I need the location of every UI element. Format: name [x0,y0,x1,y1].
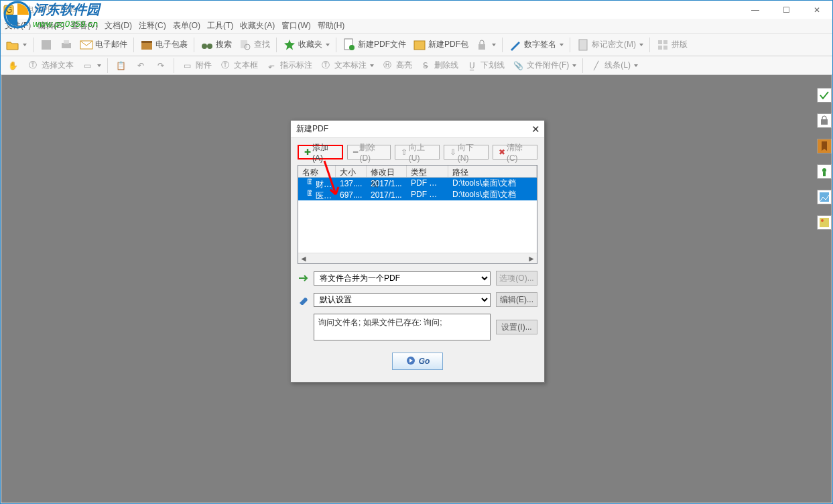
textbox-tool[interactable]: Ⓣ文本框 [216,58,261,74]
pen-icon [509,38,522,52]
pdf-file-icon: 🗎 [302,176,312,187]
col-type[interactable]: 类型 [407,166,448,177]
dialog-titlebar: 新建PDF ✕ [291,121,544,138]
text-annotation-icon: Ⓣ [319,59,332,72]
line-tool[interactable]: ╱线条(L) [586,58,641,74]
snapshot-tool[interactable]: ▭ [78,58,104,74]
options-button: 选项(O)... [496,271,537,286]
new-package-button[interactable]: 新建PDF包 [410,37,471,53]
underline-icon: U̲ [465,59,478,72]
strike-tool[interactable]: S̶删除线 [416,58,461,74]
side-icon-6[interactable] [817,215,832,230]
new-pdf-button[interactable]: 新建PDF文件 [340,37,409,53]
settings-button[interactable]: 设置(I)... [496,320,537,334]
save-button[interactable] [37,37,56,53]
open-button[interactable] [3,37,29,53]
side-icon-3[interactable] [817,139,832,153]
side-icon-5[interactable] [817,190,832,204]
email-icon [80,38,93,52]
add-button[interactable]: ✚添加(A) [298,145,343,160]
search-button[interactable]: 搜索 [198,37,235,53]
line-icon: ╱ [589,59,602,72]
watermark-text: 河东软件园 [33,1,100,19]
snapshot-icon: ▭ [80,59,94,72]
find-button[interactable]: 查找 [236,37,273,53]
col-size[interactable]: 大小 [336,166,367,177]
svg-point-23 [822,168,826,172]
menu-tools[interactable]: 工具(T) [207,20,233,32]
col-date[interactable]: 修改日期 [367,166,407,177]
side-icon-2[interactable] [817,113,832,128]
undo-button[interactable]: ↶ [131,58,150,74]
attach-tool[interactable]: ▭附件 [178,58,214,74]
wrench-icon [298,294,308,305]
close-button[interactable]: ✕ [802,1,832,19]
app-window: 河东软件园 www.pc0359.cn G 文电通PDF Plus — ☐ ✕ … [0,0,833,504]
callout-tool[interactable]: ⬐指示标注 [262,58,315,74]
menu-document[interactable]: 文档(D) [105,20,132,32]
svg-rect-5 [64,40,69,44]
svg-rect-19 [663,40,667,44]
underline-tool[interactable]: U̲下划线 [462,58,507,74]
merge-select[interactable]: 将文件合并为一个PDF [314,271,491,286]
minimize-button[interactable]: — [740,1,771,19]
x-icon: ✖ [499,147,505,157]
new-pdf-dialog: 新建PDF ✕ ✚添加(A) ━删除(D) ⇧向上(U) ⇩向下(N) ✖清除(… [290,120,545,383]
side-icon-1[interactable] [817,88,832,103]
tile-button[interactable]: 拼版 [653,37,690,53]
note-icon: ▭ [180,59,194,72]
go-button[interactable]: Go [392,353,443,370]
print-button[interactable] [57,37,76,53]
redo-button[interactable]: ↷ [151,58,170,74]
col-path[interactable]: 路径 [448,166,537,177]
svg-rect-20 [658,46,662,50]
package-button[interactable]: 电子包裹 [137,37,190,53]
delete-button[interactable]: ━删除(D) [347,145,390,160]
menu-help[interactable]: 帮助(H) [318,20,345,32]
lock-button[interactable] [472,37,499,53]
settings-select[interactable]: 默认设置 [314,293,491,307]
merge-icon [298,273,308,284]
pdf-file-icon: 🗎 [302,188,312,198]
down-icon: ⇩ [450,147,456,157]
menu-favorites[interactable]: 收藏夹(A) [240,20,275,32]
text-cursor-icon: Ⓣ [26,59,40,72]
edit-button[interactable]: 编辑(E)... [496,292,537,307]
move-down-button[interactable]: ⇩向下(N) [444,145,489,160]
svg-rect-22 [821,119,828,125]
binoculars-icon [200,38,214,52]
textbox-icon: Ⓣ [218,59,232,72]
menu-comment[interactable]: 注释(C) [139,20,166,32]
text-select-tool[interactable]: Ⓣ选择文本 [23,58,76,74]
highlight-icon: Ⓗ [381,59,394,72]
svg-rect-17 [579,40,587,50]
side-icon-4[interactable] [817,164,832,179]
toolbar-main: 电子邮件 电子包裹 搜索 查找 收藏夹 新建PDF文件 新建PDF包 数字签名 … [1,34,832,56]
sign-button[interactable]: 数字签名 [506,37,566,53]
file-attach-tool[interactable]: 📎文件附件(F) [509,58,579,74]
highlight-tool[interactable]: Ⓗ高亮 [378,58,415,74]
svg-rect-18 [658,40,662,44]
text-annotation-tool[interactable]: Ⓣ文本标注 [316,58,377,74]
strike-icon: S̶ [419,59,432,72]
menu-form[interactable]: 表单(O) [173,20,200,32]
move-up-button[interactable]: ⇧向上(U) [395,145,440,160]
svg-rect-3 [42,40,51,50]
table-row[interactable]: 🗎医疗... 697.... 2017/1... PDF 文件 D:\tools… [298,189,537,200]
lock-icon [475,38,489,52]
dialog-close-button[interactable]: ✕ [531,123,540,135]
menu-window[interactable]: 窗口(W) [281,20,310,32]
watermark: 河东软件园 www.pc0359.cn [3,1,100,29]
hand-tool[interactable]: ✋ [3,58,22,74]
favorites-button[interactable]: 收藏夹 [280,37,332,53]
minus-icon: ━ [353,147,358,157]
redact-button[interactable]: 标记密文(M) [574,37,646,53]
watermark-url: www.pc0359.cn [33,19,100,29]
dialog-title: 新建PDF [296,123,328,135]
horizontal-scrollbar[interactable]: ◄► [298,253,537,263]
clear-button[interactable]: ✖清除(C) [493,145,537,160]
maximize-button[interactable]: ☐ [771,1,802,19]
package-icon [140,38,153,52]
clipboard-tool[interactable]: 📋 [111,58,130,74]
email-button[interactable]: 电子邮件 [77,37,130,53]
